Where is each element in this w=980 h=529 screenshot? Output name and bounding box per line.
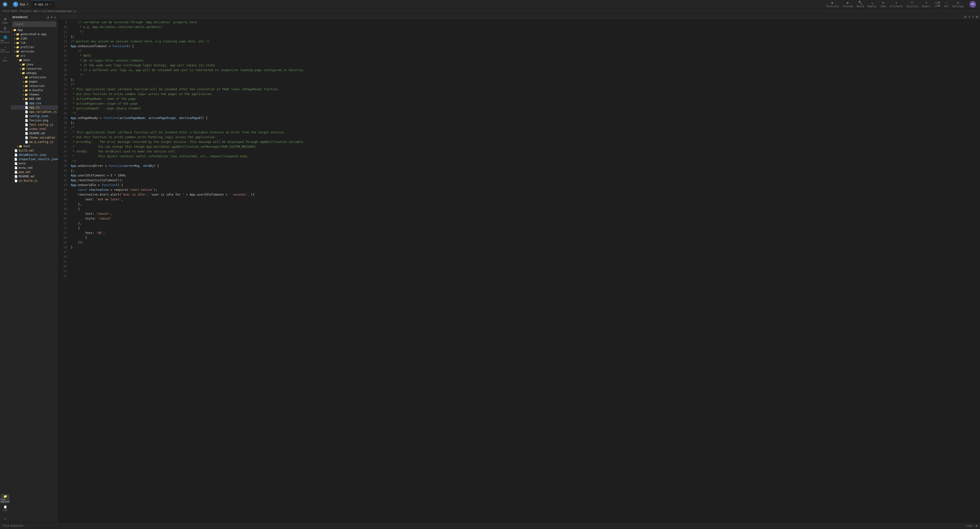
tree-item-build-xml[interactable]: 📄 build.xml	[11, 148, 58, 153]
tab-appjs[interactable]: ⊞ app.js ✕	[31, 0, 55, 9]
tree-item-webapp[interactable]: ▾ 📁 webapp	[11, 71, 58, 75]
tree-item-app[interactable]: ▾ 📁 App	[11, 28, 58, 32]
tree-item-font-config[interactable]: 📄 font.config.js	[11, 123, 58, 127]
settings-action[interactable]: ⚙ Settings	[952, 1, 964, 8]
tree-item-webinf[interactable]: ▶ 📁 WEB-INF	[11, 97, 58, 101]
file-icon: 📄	[14, 149, 18, 152]
folder-icon: 📁	[25, 84, 28, 88]
settings-btn[interactable]: ⚙	[964, 15, 966, 19]
tutorials-label: Tutorials	[826, 5, 839, 8]
tree-item-themes[interactable]: ▶ 📁 themes	[11, 92, 58, 97]
arrow-icon: ▶	[14, 33, 16, 35]
tree-item-pages[interactable]: ▶ 📁 pages	[11, 80, 58, 84]
tree-item-java[interactable]: ▶ 📁 java	[11, 62, 58, 67]
tree-item-mvnw-cmd[interactable]: 📄 mvnw.cmd	[11, 166, 58, 170]
topbar-tabs: ⊞ app.js ✕	[31, 0, 822, 9]
export-action[interactable]: ⬆ Export	[922, 1, 931, 8]
logs-btn[interactable]: Logs	[966, 524, 973, 527]
vcs-action[interactable]: ⑂ VCS	[944, 1, 948, 8]
filepath-src: src/main/webapp/app.js	[41, 10, 76, 13]
tree-item-extensions[interactable]: ▶ 📁 extensions	[11, 75, 58, 80]
sidebar-icon-pages[interactable]: ⊞ Pages	[1, 16, 10, 25]
tree-item-readme2[interactable]: 📄 README.md	[11, 174, 58, 178]
download-btn[interactable]: ⬇	[968, 15, 970, 19]
tree-item-generated[interactable]: ▶ 📁 generated-m-app	[11, 32, 58, 37]
close-filetree-button[interactable]: ✕	[54, 15, 56, 19]
tree-item-wm-m-config[interactable]: 📄 wm_m_config.js	[11, 140, 58, 144]
tab-close-icon[interactable]: ✕	[50, 3, 51, 6]
topbar: A App ▾ ⊞ app.js ✕ ▶ Tutorials ▶ Preview…	[0, 0, 980, 9]
tree-item-lib[interactable]: ▶ 📁 lib	[11, 41, 58, 45]
add-file-button[interactable]: +	[51, 15, 52, 19]
tree-label: App	[18, 28, 23, 32]
sidebar-icon-file-explorer[interactable]: 📁 File Explorer	[1, 494, 10, 503]
security-action[interactable]: 🛡 Security	[907, 1, 918, 8]
security-icon: 🛡	[911, 1, 914, 5]
arrow-icon: ▶	[23, 93, 24, 96]
tree-item-services[interactable]: ▶ 📁 services	[11, 49, 58, 54]
tree-item-app-variables-js[interactable]: 📄 app.variables.js	[11, 110, 58, 114]
pages-icon: ⊞	[4, 17, 6, 21]
tree-label: main	[23, 58, 30, 62]
tutorials-icon: ▶	[831, 1, 833, 5]
tree-item-index-html[interactable]: 📄 index.html	[11, 127, 58, 131]
code-area[interactable]: 9101112131415161718192021222324252627282…	[58, 20, 980, 522]
tree-item-mvnw[interactable]: 📄 mvnw	[11, 161, 58, 166]
i18n-action[interactable]: i18N i18N	[935, 2, 940, 7]
tree-item-inspection[interactable]: 📄 inspection_results.json	[11, 157, 58, 161]
tree-item-pom-xml[interactable]: 📄 pom.xml	[11, 170, 58, 174]
folder-icon: 📁	[25, 93, 28, 96]
logo-icon: ◉	[975, 524, 977, 527]
preview-action[interactable]: ▶ Preview	[843, 1, 853, 8]
tree-item-theme-variables[interactable]: 📄 theme.variables	[11, 135, 58, 140]
tree-label: generated-m-app	[20, 33, 46, 36]
tree-label: pom.xml	[19, 170, 31, 174]
tree-item-m-bundle[interactable]: ▶ 📁 m-bundle	[11, 88, 58, 92]
refresh-button[interactable]: ↺	[47, 15, 49, 19]
tree-item-ui-build[interactable]: 📄 ui-build.js	[11, 178, 58, 183]
tree-item-readme-md[interactable]: 📄 README.md	[11, 131, 58, 135]
folder-icon: 📁	[25, 80, 28, 83]
sidebar-icon-logs[interactable]: 📋 Logs	[1, 504, 10, 513]
tree-item-i18n[interactable]: ▶ 📁 i18n	[11, 37, 58, 41]
sidebar-icon-apis[interactable]: ⚡ APIs	[1, 54, 10, 63]
code-content[interactable]: /* variables can be accessed through 'Ap…	[70, 20, 980, 522]
tree-item-app-css[interactable]: 📄 app.css	[11, 101, 58, 105]
build-action[interactable]: 🔨 Build	[857, 1, 864, 8]
tree-item-resources2[interactable]: ▶ 📁 resources	[11, 84, 58, 88]
tree-label: i18n	[20, 37, 27, 40]
search-input[interactable]	[13, 22, 56, 27]
tree-item-src[interactable]: ▾ 📁 src	[11, 54, 58, 58]
tree-item-main[interactable]: ▾ 📁 main	[11, 58, 58, 62]
java-services-label: Java Services	[0, 49, 10, 53]
app-name-label: App	[20, 2, 25, 6]
tree-item-test[interactable]: ▶ 📁 test	[11, 144, 58, 148]
tree-item-profiles[interactable]: ▶ 📁 profiles	[11, 45, 58, 49]
sidebar-icon-java-services[interactable]: ☕ Java Services	[1, 45, 10, 54]
tree-label: font.config.js	[29, 123, 53, 126]
user-avatar[interactable]: RA	[969, 1, 976, 8]
sidebar-icon-web-services[interactable]: 🌐 Web Services	[1, 35, 10, 44]
tree-item-dataobjects[interactable]: 📄 dataObjects.json	[11, 153, 58, 157]
arrow-icon: ▶	[23, 89, 24, 91]
tree-item-favicon[interactable]: 📄 favicon.png	[11, 118, 58, 123]
sidebar-icon-more[interactable]: …	[1, 513, 10, 522]
arrow-icon: ▶	[14, 46, 16, 48]
tree-item-config-json[interactable]: 📄 config.json	[11, 114, 58, 118]
tree-label: mvnw	[19, 162, 25, 165]
deploy-action[interactable]: ☁ Deploy	[868, 1, 877, 8]
editor-toolbar: ⚙ ⬇ ⬆ ⊠	[58, 14, 980, 20]
jobs-label: Jobs	[880, 5, 886, 8]
jobs-action[interactable]: ≡ Jobs	[880, 1, 886, 8]
sidebar-icon-databases[interactable]: 🗄 Databases	[1, 25, 10, 35]
artifacts-action[interactable]: ⬇ Artifacts	[890, 1, 903, 8]
upload-btn[interactable]: ⬆	[972, 15, 974, 19]
i18n-icon: i18N	[935, 2, 940, 4]
tree-item-resources[interactable]: ▶ 📁 resources	[11, 67, 58, 71]
fullscreen-btn[interactable]: ⊠	[976, 15, 978, 19]
tree-label: extensions	[29, 76, 46, 79]
line-numbers: 9101112131415161718192021222324252627282…	[58, 20, 70, 522]
app-title[interactable]: A App ▾	[10, 2, 31, 7]
tree-item-app-js[interactable]: 📄 app.js	[11, 105, 58, 110]
tutorials-action[interactable]: ▶ Tutorials	[826, 1, 839, 8]
